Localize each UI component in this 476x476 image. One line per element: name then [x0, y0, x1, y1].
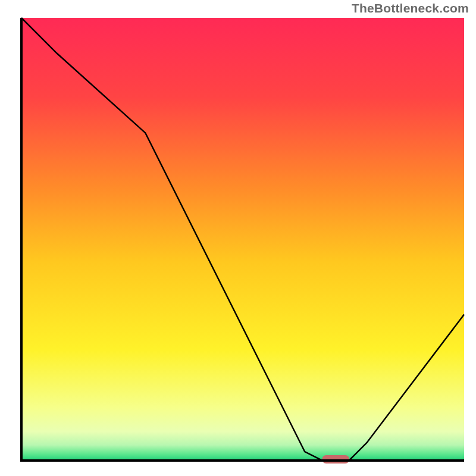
plot-background	[21, 18, 464, 461]
chart-container: TheBottleneck.com	[0, 0, 476, 476]
bottleneck-chart	[0, 0, 476, 476]
